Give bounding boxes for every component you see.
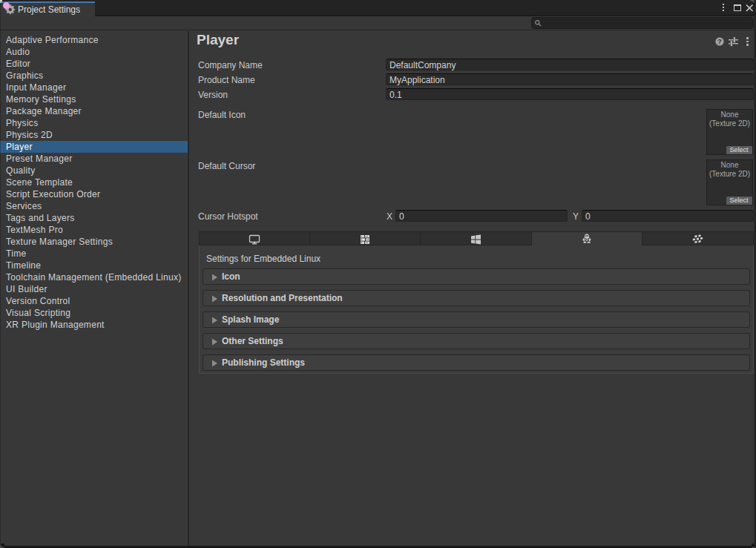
svg-text:?: ? — [717, 37, 722, 45]
